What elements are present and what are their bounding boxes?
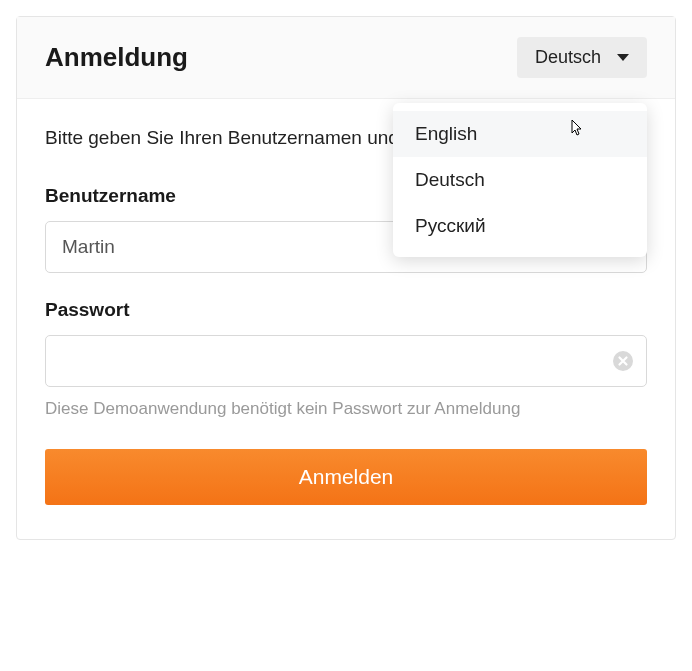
password-hint: Diese Demoanwendung benötigt kein Passwo… — [45, 399, 647, 419]
clear-icon[interactable] — [613, 351, 633, 371]
submit-button[interactable]: Anmelden — [45, 449, 647, 505]
password-input-wrap — [45, 335, 647, 387]
page-title: Anmeldung — [45, 42, 188, 73]
language-selected-label: Deutsch — [535, 47, 601, 68]
login-card: Anmeldung Deutsch English Deutsch Русски… — [16, 16, 676, 540]
password-input[interactable] — [45, 335, 647, 387]
card-header: Anmeldung Deutsch — [17, 17, 675, 99]
submit-button-label: Anmelden — [299, 465, 394, 488]
language-option-label: English — [415, 123, 477, 144]
cursor-icon — [567, 119, 583, 144]
chevron-down-icon — [617, 54, 629, 61]
language-option-english[interactable]: English — [393, 111, 647, 157]
password-label: Passwort — [45, 299, 647, 321]
language-option-deutsch[interactable]: Deutsch — [393, 157, 647, 203]
language-dropdown: English Deutsch Русский — [393, 103, 647, 257]
language-option-russian[interactable]: Русский — [393, 203, 647, 249]
language-option-label: Русский — [415, 215, 486, 236]
language-select-button[interactable]: Deutsch — [517, 37, 647, 78]
password-field-group: Passwort — [45, 299, 647, 387]
language-option-label: Deutsch — [415, 169, 485, 190]
